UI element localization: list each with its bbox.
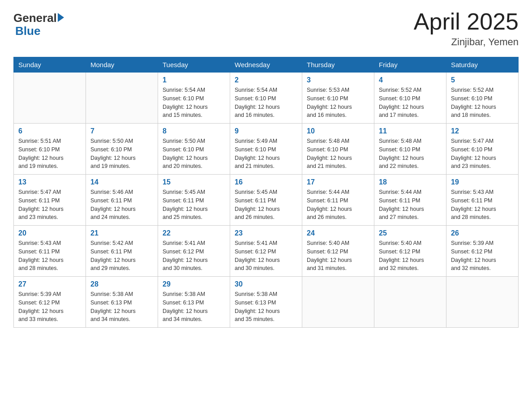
day-of-week-header: Wednesday bbox=[230, 57, 302, 73]
calendar-day-cell: 4Sunrise: 5:52 AMSunset: 6:10 PMDaylight… bbox=[374, 73, 446, 124]
calendar-header-row: SundayMondayTuesdayWednesdayThursdayFrid… bbox=[14, 57, 519, 73]
day-of-week-header: Thursday bbox=[302, 57, 374, 73]
day-number: 7 bbox=[90, 127, 153, 135]
calendar-day-cell: 30Sunrise: 5:38 AMSunset: 6:13 PMDayligh… bbox=[230, 277, 302, 328]
logo-blue-text: Blue bbox=[13, 24, 40, 38]
day-info: Sunrise: 5:41 AMSunset: 6:12 PMDaylight:… bbox=[163, 239, 225, 273]
day-number: 19 bbox=[451, 178, 514, 186]
calendar-day-cell: 22Sunrise: 5:41 AMSunset: 6:12 PMDayligh… bbox=[158, 226, 230, 277]
calendar-day-cell bbox=[302, 277, 374, 328]
day-number: 25 bbox=[379, 229, 442, 237]
day-number: 24 bbox=[307, 229, 369, 237]
day-number: 16 bbox=[235, 178, 297, 186]
calendar-day-cell: 2Sunrise: 5:54 AMSunset: 6:10 PMDaylight… bbox=[230, 73, 302, 124]
calendar-table: SundayMondayTuesdayWednesdayThursdayFrid… bbox=[13, 57, 519, 328]
calendar-week-row: 6Sunrise: 5:51 AMSunset: 6:10 PMDaylight… bbox=[14, 124, 519, 175]
calendar-day-cell bbox=[374, 277, 446, 328]
day-number: 17 bbox=[307, 178, 369, 186]
calendar-day-cell bbox=[14, 73, 86, 124]
day-info: Sunrise: 5:52 AMSunset: 6:10 PMDaylight:… bbox=[451, 86, 514, 120]
day-number: 1 bbox=[163, 76, 225, 84]
calendar-day-cell: 28Sunrise: 5:38 AMSunset: 6:13 PMDayligh… bbox=[86, 277, 158, 328]
day-info: Sunrise: 5:46 AMSunset: 6:11 PMDaylight:… bbox=[90, 188, 153, 222]
day-info: Sunrise: 5:42 AMSunset: 6:11 PMDaylight:… bbox=[90, 239, 153, 273]
day-number: 4 bbox=[379, 76, 442, 84]
logo-arrow-icon bbox=[58, 13, 64, 22]
day-info: Sunrise: 5:48 AMSunset: 6:10 PMDaylight:… bbox=[307, 137, 369, 171]
calendar-day-cell: 8Sunrise: 5:50 AMSunset: 6:10 PMDaylight… bbox=[158, 124, 230, 175]
logo: General Blue bbox=[13, 9, 64, 38]
day-info: Sunrise: 5:50 AMSunset: 6:10 PMDaylight:… bbox=[90, 137, 153, 171]
day-info: Sunrise: 5:38 AMSunset: 6:13 PMDaylight:… bbox=[90, 290, 153, 324]
day-info: Sunrise: 5:52 AMSunset: 6:10 PMDaylight:… bbox=[379, 86, 442, 120]
calendar-week-row: 1Sunrise: 5:54 AMSunset: 6:10 PMDaylight… bbox=[14, 73, 519, 124]
calendar-week-row: 20Sunrise: 5:43 AMSunset: 6:11 PMDayligh… bbox=[14, 226, 519, 277]
day-number: 5 bbox=[451, 76, 514, 84]
day-of-week-header: Saturday bbox=[446, 57, 519, 73]
day-number: 6 bbox=[18, 127, 81, 135]
day-info: Sunrise: 5:38 AMSunset: 6:13 PMDaylight:… bbox=[163, 290, 225, 324]
day-info: Sunrise: 5:44 AMSunset: 6:11 PMDaylight:… bbox=[379, 188, 442, 222]
day-info: Sunrise: 5:38 AMSunset: 6:13 PMDaylight:… bbox=[235, 290, 297, 324]
day-info: Sunrise: 5:54 AMSunset: 6:10 PMDaylight:… bbox=[163, 86, 225, 120]
day-info: Sunrise: 5:47 AMSunset: 6:11 PMDaylight:… bbox=[18, 188, 81, 222]
logo-general-text: General bbox=[13, 11, 57, 25]
day-info: Sunrise: 5:41 AMSunset: 6:12 PMDaylight:… bbox=[235, 239, 297, 273]
day-info: Sunrise: 5:39 AMSunset: 6:12 PMDaylight:… bbox=[18, 290, 81, 324]
calendar-day-cell: 19Sunrise: 5:43 AMSunset: 6:11 PMDayligh… bbox=[446, 175, 519, 226]
calendar-day-cell: 15Sunrise: 5:45 AMSunset: 6:11 PMDayligh… bbox=[158, 175, 230, 226]
day-of-week-header: Monday bbox=[86, 57, 158, 73]
day-info: Sunrise: 5:48 AMSunset: 6:10 PMDaylight:… bbox=[379, 137, 442, 171]
calendar-day-cell: 13Sunrise: 5:47 AMSunset: 6:11 PMDayligh… bbox=[14, 175, 86, 226]
calendar-day-cell: 25Sunrise: 5:40 AMSunset: 6:12 PMDayligh… bbox=[374, 226, 446, 277]
day-number: 9 bbox=[235, 127, 297, 135]
calendar-day-cell: 6Sunrise: 5:51 AMSunset: 6:10 PMDaylight… bbox=[14, 124, 86, 175]
day-number: 23 bbox=[235, 229, 297, 237]
calendar-day-cell: 18Sunrise: 5:44 AMSunset: 6:11 PMDayligh… bbox=[374, 175, 446, 226]
day-info: Sunrise: 5:40 AMSunset: 6:12 PMDaylight:… bbox=[379, 239, 442, 273]
calendar-day-cell: 3Sunrise: 5:53 AMSunset: 6:10 PMDaylight… bbox=[302, 73, 374, 124]
day-number: 11 bbox=[379, 127, 442, 135]
calendar-day-cell: 1Sunrise: 5:54 AMSunset: 6:10 PMDaylight… bbox=[158, 73, 230, 124]
page-header: General Blue April 2025 Zinjibar, Yemen bbox=[13, 9, 519, 48]
day-info: Sunrise: 5:53 AMSunset: 6:10 PMDaylight:… bbox=[307, 86, 369, 120]
calendar-day-cell: 9Sunrise: 5:49 AMSunset: 6:10 PMDaylight… bbox=[230, 124, 302, 175]
calendar-title: April 2025 bbox=[414, 9, 519, 34]
day-info: Sunrise: 5:43 AMSunset: 6:11 PMDaylight:… bbox=[18, 239, 81, 273]
day-number: 14 bbox=[90, 178, 153, 186]
day-number: 18 bbox=[379, 178, 442, 186]
calendar-week-row: 13Sunrise: 5:47 AMSunset: 6:11 PMDayligh… bbox=[14, 175, 519, 226]
calendar-day-cell: 5Sunrise: 5:52 AMSunset: 6:10 PMDaylight… bbox=[446, 73, 519, 124]
calendar-day-cell: 17Sunrise: 5:44 AMSunset: 6:11 PMDayligh… bbox=[302, 175, 374, 226]
day-number: 10 bbox=[307, 127, 369, 135]
day-info: Sunrise: 5:54 AMSunset: 6:10 PMDaylight:… bbox=[235, 86, 297, 120]
calendar-day-cell: 12Sunrise: 5:47 AMSunset: 6:10 PMDayligh… bbox=[446, 124, 519, 175]
day-number: 22 bbox=[163, 229, 225, 237]
calendar-day-cell bbox=[446, 277, 519, 328]
title-section: April 2025 Zinjibar, Yemen bbox=[414, 9, 519, 48]
day-number: 8 bbox=[163, 127, 225, 135]
day-info: Sunrise: 5:50 AMSunset: 6:10 PMDaylight:… bbox=[163, 137, 225, 171]
calendar-day-cell: 29Sunrise: 5:38 AMSunset: 6:13 PMDayligh… bbox=[158, 277, 230, 328]
calendar-day-cell: 21Sunrise: 5:42 AMSunset: 6:11 PMDayligh… bbox=[86, 226, 158, 277]
day-of-week-header: Tuesday bbox=[158, 57, 230, 73]
day-info: Sunrise: 5:45 AMSunset: 6:11 PMDaylight:… bbox=[235, 188, 297, 222]
day-number: 13 bbox=[18, 178, 81, 186]
calendar-day-cell: 23Sunrise: 5:41 AMSunset: 6:12 PMDayligh… bbox=[230, 226, 302, 277]
calendar-day-cell: 11Sunrise: 5:48 AMSunset: 6:10 PMDayligh… bbox=[374, 124, 446, 175]
calendar-day-cell: 7Sunrise: 5:50 AMSunset: 6:10 PMDaylight… bbox=[86, 124, 158, 175]
day-info: Sunrise: 5:51 AMSunset: 6:10 PMDaylight:… bbox=[18, 137, 81, 171]
calendar-subtitle: Zinjibar, Yemen bbox=[414, 36, 519, 48]
day-of-week-header: Friday bbox=[374, 57, 446, 73]
calendar-day-cell: 14Sunrise: 5:46 AMSunset: 6:11 PMDayligh… bbox=[86, 175, 158, 226]
calendar-day-cell: 24Sunrise: 5:40 AMSunset: 6:12 PMDayligh… bbox=[302, 226, 374, 277]
day-number: 27 bbox=[18, 280, 81, 288]
day-number: 26 bbox=[451, 229, 514, 237]
day-info: Sunrise: 5:39 AMSunset: 6:12 PMDaylight:… bbox=[451, 239, 514, 273]
calendar-day-cell: 20Sunrise: 5:43 AMSunset: 6:11 PMDayligh… bbox=[14, 226, 86, 277]
day-number: 20 bbox=[18, 229, 81, 237]
calendar-day-cell bbox=[86, 73, 158, 124]
calendar-week-row: 27Sunrise: 5:39 AMSunset: 6:12 PMDayligh… bbox=[14, 277, 519, 328]
day-number: 30 bbox=[235, 280, 297, 288]
calendar-day-cell: 16Sunrise: 5:45 AMSunset: 6:11 PMDayligh… bbox=[230, 175, 302, 226]
